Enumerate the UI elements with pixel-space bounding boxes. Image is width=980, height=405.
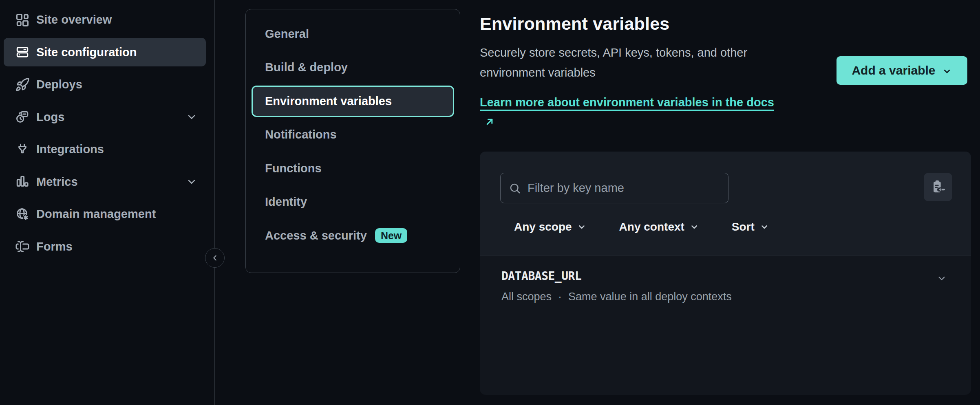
sidebar-item-logs[interactable]: Logs xyxy=(4,103,206,131)
chevron-down-icon xyxy=(577,222,587,232)
sidebar-item-label: Site overview xyxy=(36,13,112,26)
chevron-down-icon[interactable] xyxy=(936,273,947,284)
config-nav-label: Notifications xyxy=(265,128,337,141)
sidebar-item-label: Integrations xyxy=(36,143,104,156)
chevron-down-icon xyxy=(185,111,198,123)
sidebar-item-label: Metrics xyxy=(36,175,78,189)
config-nav-label: Identity xyxy=(265,195,307,209)
env-variable-key: DATABASE_URL xyxy=(501,269,952,283)
env-variable-contexts: Same value in all deploy contexts xyxy=(568,291,732,303)
add-variable-button[interactable]: Add a variable xyxy=(837,56,967,85)
form-input-icon xyxy=(15,239,30,254)
config-nav-label: Environment variables xyxy=(265,95,392,108)
plug-icon xyxy=(15,142,30,157)
chevron-down-icon xyxy=(759,222,769,232)
external-link-icon xyxy=(484,116,495,128)
filter-any-scope[interactable]: Any scope xyxy=(514,220,587,233)
sidebar-item-forms[interactable]: Forms xyxy=(4,232,206,261)
search-icon xyxy=(509,182,521,194)
import-clipboard-icon xyxy=(930,179,946,195)
sidebar-item-label: Site configuration xyxy=(36,46,137,59)
sidebar-item-label: Logs xyxy=(36,110,64,124)
meta-separator: · xyxy=(558,291,562,303)
config-nav-general[interactable]: General xyxy=(252,18,454,50)
sidebar-item-metrics[interactable]: Metrics xyxy=(4,167,206,196)
docs-link-label: Learn more about environment variables i… xyxy=(480,96,774,109)
new-badge: New xyxy=(375,228,407,243)
config-nav-functions[interactable]: Functions xyxy=(252,153,454,184)
sidebar-item-integrations[interactable]: Integrations xyxy=(4,135,206,164)
chevron-down-icon xyxy=(185,176,198,188)
site-sidebar: Site overview Site configuration Deploys… xyxy=(0,0,215,405)
site-configuration-nav: General Build & deploy Environment varia… xyxy=(245,9,460,273)
sidebar-item-label: Forms xyxy=(36,240,73,253)
page-header: Environment variables Securely store sec… xyxy=(480,0,839,132)
env-variable-scopes: All scopes xyxy=(501,291,552,303)
globe-icon xyxy=(15,207,30,222)
chevron-down-icon xyxy=(942,66,952,77)
filter-label: Any context xyxy=(619,220,684,233)
logs-clock-icon xyxy=(15,110,30,124)
config-nav-label: Access & security xyxy=(265,229,367,242)
chevron-left-icon xyxy=(210,253,220,263)
config-nav-label: Functions xyxy=(265,162,322,175)
sidebar-item-site-configuration[interactable]: Site configuration xyxy=(4,38,206,66)
sidebar-collapse-button[interactable] xyxy=(205,248,225,268)
grid-icon xyxy=(15,13,30,27)
page-title: Environment variables xyxy=(480,14,839,34)
filter-label: Sort xyxy=(732,220,755,233)
filter-any-context[interactable]: Any context xyxy=(619,220,699,233)
config-nav-environment-variables[interactable]: Environment variables xyxy=(252,86,454,117)
sidebar-item-deploys[interactable]: Deploys xyxy=(4,70,206,99)
config-nav-identity[interactable]: Identity xyxy=(252,186,454,218)
docs-link[interactable]: Learn more about environment variables i… xyxy=(480,92,779,132)
sidebar-item-site-overview[interactable]: Site overview xyxy=(4,6,206,34)
config-nav-build-deploy[interactable]: Build & deploy xyxy=(252,52,454,83)
config-nav-label: General xyxy=(265,27,309,41)
config-nav-access-security[interactable]: Access & security New xyxy=(252,220,454,251)
import-env-button[interactable] xyxy=(924,173,952,201)
bar-chart-icon xyxy=(15,174,30,189)
sidebar-item-label: Domain management xyxy=(36,207,156,221)
rocket-icon xyxy=(15,77,30,92)
config-nav-label: Build & deploy xyxy=(265,61,348,74)
page-description: Securely store secrets, API keys, tokens… xyxy=(480,43,790,83)
chevron-down-icon xyxy=(689,222,699,232)
add-variable-label: Add a variable xyxy=(852,64,935,77)
config-nav-notifications[interactable]: Notifications xyxy=(252,119,454,150)
variables-toolbar: Any scope Any context Sort xyxy=(480,152,971,255)
server-icon xyxy=(15,45,30,59)
sidebar-item-label: Deploys xyxy=(36,78,82,91)
filter-key-input[interactable] xyxy=(528,181,720,195)
env-variables-card: Any scope Any context Sort DATABASE_URL … xyxy=(480,152,971,395)
filters-row: Any scope Any context Sort xyxy=(500,220,952,233)
filter-search-box xyxy=(500,173,728,203)
sidebar-item-domain-management[interactable]: Domain management xyxy=(4,200,206,229)
filter-sort[interactable]: Sort xyxy=(732,220,769,233)
filter-label: Any scope xyxy=(514,220,572,233)
env-variable-row[interactable]: DATABASE_URL All scopes · Same value in … xyxy=(480,255,971,303)
env-variable-meta: All scopes · Same value in all deploy co… xyxy=(501,291,952,303)
